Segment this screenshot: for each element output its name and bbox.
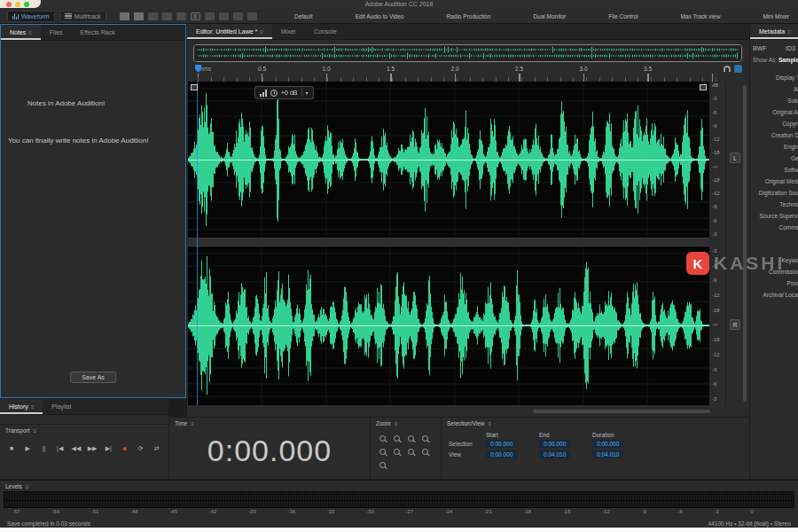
- workspace-button[interactable]: File Control: [608, 13, 638, 20]
- note-title-text[interactable]: Notes in Adobe Audition!: [27, 99, 185, 107]
- db-tick-label: -6: [712, 381, 725, 387]
- waveform-right-channel[interactable]: [188, 246, 709, 404]
- stop-button[interactable]: ■: [4, 442, 20, 455]
- duration-value[interactable]: 0:04.010: [592, 450, 623, 458]
- zoom-reset-icon[interactable]: [379, 462, 386, 468]
- metadata-tab-bwf[interactable]: BWF: [753, 45, 767, 51]
- panel-menu-icon[interactable]: ≡: [31, 404, 35, 410]
- overview-navigator[interactable]: [193, 44, 742, 62]
- skip-selection-button[interactable]: ⇄: [149, 442, 165, 455]
- panel-menu-icon[interactable]: ≡: [260, 29, 263, 35]
- zoom-in-icon[interactable]: [379, 435, 386, 442]
- end-value[interactable]: 0:04.010: [539, 450, 570, 458]
- zoom-in-time-icon[interactable]: [408, 435, 414, 442]
- move-tool-icon[interactable]: [148, 12, 158, 20]
- paintbrush-tool-icon[interactable]: [233, 12, 243, 20]
- waveform-icon: [12, 13, 19, 20]
- minimize-window-button[interactable]: [15, 2, 20, 7]
- timeline-ruler[interactable]: hms 0.51.01.52.02.53.03.5: [188, 64, 721, 82]
- right-channel-button[interactable]: R: [730, 319, 740, 330]
- workspace-button[interactable]: Radio Production: [446, 13, 490, 20]
- waveform-left-channel[interactable]: [188, 82, 709, 238]
- note-body-text[interactable]: You can finally write notes in Adobe Aud…: [8, 136, 176, 147]
- zoom-out-time-icon[interactable]: [422, 435, 428, 442]
- start-value[interactable]: 0:00.000: [486, 450, 517, 458]
- pause-button[interactable]: ||: [35, 442, 51, 455]
- tab-editor[interactable]: Editor: Untitled Lawe * ≡: [187, 24, 272, 39]
- channel-divider[interactable]: [188, 238, 709, 246]
- marquee-selection-tool-icon[interactable]: [205, 12, 215, 20]
- snap-magnet-icon[interactable]: [724, 66, 731, 72]
- maximize-panel-icon[interactable]: [700, 84, 707, 90]
- workspace-button[interactable]: Mini Mixer: [763, 13, 789, 20]
- horizontal-scrollbar[interactable]: [533, 410, 710, 413]
- panel-menu-icon[interactable]: ≡: [787, 29, 791, 35]
- playhead-line[interactable]: [197, 82, 198, 405]
- panel-menu-icon[interactable]: ≡: [395, 421, 398, 426]
- tab-files[interactable]: Files: [41, 25, 72, 40]
- metadata-field-label: Display Title: [750, 72, 798, 83]
- workspace-button[interactable]: Default: [294, 13, 313, 20]
- spot-healing-tool-icon[interactable]: [247, 12, 257, 20]
- metadata-tab-id3[interactable]: ID3: [786, 45, 795, 51]
- media-browser-icon[interactable]: [134, 12, 144, 20]
- slip-tool-icon[interactable]: [176, 12, 186, 20]
- workspace-button[interactable]: Max Track view: [681, 13, 721, 20]
- zoom-window-button[interactable]: [24, 2, 29, 7]
- fast-forward-button[interactable]: ▶▶: [84, 442, 100, 455]
- record-button[interactable]: ●: [116, 442, 132, 455]
- metadata-field-label: Creation Date: [750, 129, 798, 141]
- show-as-value[interactable]: Samples: [778, 57, 798, 63]
- panel-menu-icon[interactable]: ≡: [489, 421, 492, 426]
- lasso-selection-tool-icon[interactable]: [219, 12, 229, 20]
- zoom-out-icon[interactable]: [394, 435, 400, 442]
- loop-playback-button[interactable]: ⟳: [133, 442, 149, 455]
- razor-tool-icon[interactable]: [162, 12, 172, 20]
- multitrack-view-button[interactable]: Multitrack: [59, 11, 106, 22]
- history-panel: History ≡ Playlist: [0, 399, 168, 424]
- workspace-button[interactable]: Edit Audio to Video: [356, 13, 404, 20]
- duration-value[interactable]: 0:00.000: [592, 440, 623, 448]
- tab-history[interactable]: History ≡: [0, 399, 43, 414]
- rewind-button[interactable]: ◀◀: [68, 442, 84, 455]
- import-file-icon[interactable]: [120, 12, 129, 20]
- workspace-button[interactable]: Dual Monitor: [533, 13, 566, 20]
- hud-gain-value[interactable]: +0 dB: [281, 90, 298, 96]
- time-selection-tool-icon[interactable]: I: [191, 12, 200, 20]
- panel-menu-icon[interactable]: ≡: [191, 421, 194, 426]
- vertical-scrollbar[interactable]: [743, 85, 747, 402]
- waveform-display[interactable]: +0 dB ▾: [188, 82, 709, 405]
- time-display[interactable]: 0:00.000: [169, 434, 370, 468]
- left-channel-button[interactable]: L: [730, 153, 740, 163]
- panel-menu-icon[interactable]: ≡: [34, 428, 37, 434]
- waveform-view-button[interactable]: Waveform: [7, 11, 55, 22]
- volume-hud[interactable]: +0 dB ▾: [254, 86, 314, 99]
- save-as-button[interactable]: Save As: [70, 372, 116, 383]
- tab-notes[interactable]: Notes ≡: [1, 25, 41, 40]
- tab-console[interactable]: Console: [305, 24, 346, 39]
- tab-playlist[interactable]: Playlist: [43, 399, 80, 414]
- tab-metadata[interactable]: Metadata ≡: [750, 24, 798, 39]
- panel-menu-icon[interactable]: ≡: [28, 30, 32, 35]
- zoom-out-amplitude-icon[interactable]: [408, 449, 414, 455]
- close-window-button[interactable]: [6, 2, 12, 7]
- db-tick-label: -18: [712, 177, 725, 183]
- chevron-down-icon[interactable]: ▾: [306, 90, 309, 96]
- skip-to-next-button[interactable]: ▶|: [100, 442, 116, 455]
- skip-to-previous-button[interactable]: |◀: [52, 442, 68, 455]
- zoom-full-icon[interactable]: [422, 449, 428, 455]
- play-button[interactable]: ▶: [20, 442, 35, 455]
- tab-mixer[interactable]: Mixer: [272, 24, 305, 39]
- zoom-to-selection-icon[interactable]: [379, 449, 386, 455]
- start-value[interactable]: 0:00.000: [486, 440, 517, 448]
- zoom-in-amplitude-icon[interactable]: [394, 449, 400, 455]
- status-bar: Save completed in 0.03 seconds 44100 Hz …: [0, 519, 798, 528]
- db-tick-label: dB: [712, 82, 725, 88]
- level-meter[interactable]: [4, 491, 794, 508]
- level-scale-label: -51: [91, 509, 99, 514]
- panel-menu-icon[interactable]: ≡: [26, 484, 29, 489]
- channel-config-icon[interactable]: [191, 84, 198, 90]
- monitor-icon[interactable]: [734, 65, 742, 73]
- end-value[interactable]: 0:00.000: [539, 440, 570, 448]
- tab-effects-rack[interactable]: Effects Rack: [72, 25, 124, 40]
